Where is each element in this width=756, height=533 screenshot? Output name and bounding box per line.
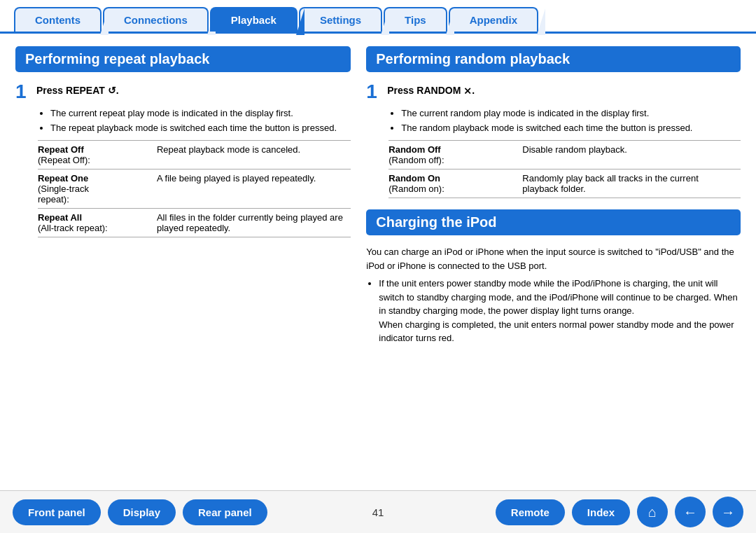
table-row: Repeat One(Single-trackrepeat): A file b… (38, 169, 351, 209)
random-section-header: Performing random playback (366, 46, 741, 72)
repeat-one-key: Repeat One(Single-trackrepeat): (38, 169, 157, 209)
rear-panel-button[interactable]: Rear panel (183, 499, 267, 525)
charging-intro: You can charge an iPod or iPhone when th… (366, 245, 741, 272)
random-step-number: 1 (366, 82, 380, 102)
random-off-value: Disable random playback. (522, 141, 741, 169)
charging-section-header: Charging the iPod (366, 209, 741, 235)
repeat-off-key: Repeat Off(Repeat Off): (38, 141, 157, 169)
repeat-step-number: 1 (15, 82, 29, 102)
tab-connections[interactable]: Connections (103, 7, 209, 32)
random-off-key: Random Off(Random off): (388, 141, 522, 169)
forward-button[interactable]: → (713, 497, 743, 527)
tab-contents[interactable]: Contents (14, 7, 102, 32)
page-number: 41 (372, 506, 384, 518)
charging-bullet-1: If the unit enters power standby mode wh… (379, 277, 741, 345)
repeat-step-label: Press REPEAT ↺. (36, 82, 119, 96)
repeat-step-content: The current repeat play mode is indicate… (38, 107, 351, 237)
table-row: Random On(Random on): Randomly play back… (388, 169, 741, 198)
random-bullet-2: The random playback mode is switched eac… (401, 122, 741, 134)
display-button[interactable]: Display (108, 499, 176, 525)
tab-playback[interactable]: Playback (210, 7, 298, 32)
right-column: Performing random playback 1 Press RANDO… (363, 46, 741, 483)
repeat-bullet-2: The repeat playback mode is switched eac… (50, 122, 351, 134)
repeat-step-row: 1 Press REPEAT ↺. (15, 82, 351, 102)
home-icon: ⌂ (648, 504, 657, 520)
repeat-table: Repeat Off(Repeat Off): Repeat playback … (38, 140, 351, 237)
tab-appendix[interactable]: Appendix (449, 7, 538, 32)
repeat-off-value: Repeat playback mode is canceled. (157, 141, 351, 169)
forward-icon: → (721, 504, 735, 520)
main-content: Performing repeat playback 1 Press REPEA… (0, 34, 756, 490)
tab-bar: Contents Connections Playback Settings T… (0, 0, 756, 34)
random-step-content: The current random play mode is indicate… (388, 107, 741, 198)
table-row: Repeat All(All-track repeat): All files … (38, 209, 351, 237)
random-step-row: 1 Press RANDOM ⨯. (366, 82, 741, 102)
left-column: Performing repeat playback 1 Press REPEA… (15, 46, 363, 483)
repeat-one-value: A file being played is played repeatedly… (157, 169, 351, 209)
tab-tips[interactable]: Tips (384, 7, 447, 32)
repeat-bullet-1: The current repeat play mode is indicate… (50, 107, 351, 120)
charging-text: You can charge an iPod or iPhone when th… (366, 245, 741, 345)
repeat-section-header: Performing repeat playback (15, 46, 351, 72)
random-table: Random Off(Random off): Disable random p… (388, 140, 741, 198)
bottom-nav-right: Remote Index ⌂ ← → (496, 497, 743, 527)
random-on-value: Randomly play back all tracks in the cur… (522, 169, 741, 198)
table-row: Repeat Off(Repeat Off): Repeat playback … (38, 141, 351, 169)
back-icon: ← (683, 504, 697, 520)
front-panel-button[interactable]: Front panel (13, 499, 101, 525)
table-row: Random Off(Random off): Disable random p… (388, 141, 741, 169)
tab-settings[interactable]: Settings (299, 7, 382, 32)
home-button[interactable]: ⌂ (637, 497, 668, 527)
index-button[interactable]: Index (572, 499, 630, 525)
random-step-label: Press RANDOM ⨯. (387, 82, 475, 96)
remote-button[interactable]: Remote (496, 499, 565, 525)
random-bullet-1: The current random play mode is indicate… (401, 107, 741, 120)
bottom-nav-left: Front panel Display Rear panel (13, 499, 267, 525)
repeat-all-key: Repeat All(All-track repeat): (38, 209, 157, 237)
repeat-all-value: All files in the folder currently being … (157, 209, 351, 237)
bottom-nav: Front panel Display Rear panel 41 Remote… (0, 490, 756, 533)
back-button[interactable]: ← (675, 497, 706, 527)
random-on-key: Random On(Random on): (388, 169, 522, 198)
